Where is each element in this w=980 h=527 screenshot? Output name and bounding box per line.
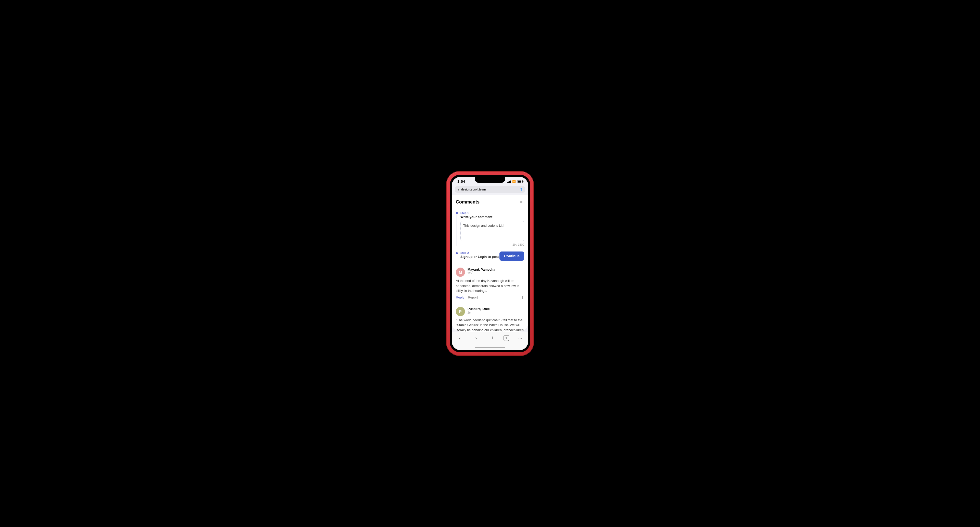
- comment-text-2: "The world needs to quit coal" - tell th…: [456, 318, 524, 332]
- step2-text: Step 2 Sign up or Login to post: [460, 251, 499, 261]
- char-count: 29 / 1500: [460, 243, 524, 246]
- comment-author-1: Mayank Pamecha: [468, 267, 524, 271]
- comment-header-1: M Mayank Pamecha 22s: [456, 267, 524, 277]
- continue-button[interactable]: Continue: [500, 252, 524, 261]
- step1-indicator: [456, 212, 458, 246]
- phone-screen: 1:54 📶: [452, 177, 528, 350]
- more-button[interactable]: ···: [515, 334, 525, 342]
- status-icons: 📶: [507, 180, 523, 183]
- wifi-icon: 📶: [512, 180, 516, 183]
- comment-actions-left-1: Reply Report: [456, 295, 478, 299]
- close-button[interactable]: ✕: [518, 199, 524, 205]
- url-text: design.scroll.team: [461, 188, 486, 191]
- lock-icon: ▲: [457, 188, 460, 191]
- report-button-1[interactable]: Report: [468, 295, 478, 299]
- add-tab-button[interactable]: +: [487, 334, 497, 342]
- address-bar-content: ▲ design.scroll.team: [457, 188, 486, 191]
- step2-title: Sign up or Login to post: [460, 255, 499, 259]
- comments-title: Comments: [456, 199, 479, 205]
- comments-header: Comments ✕: [452, 195, 528, 209]
- status-bar: 1:54 📶: [452, 177, 528, 185]
- battery-icon: [517, 180, 523, 183]
- tab-count-button[interactable]: 1: [504, 335, 509, 341]
- phone-screen-outer: 1:54 📶: [450, 175, 530, 352]
- browser-chrome: ▲ design.scroll.team ⬆: [452, 185, 528, 195]
- comment-item: M Mayank Pamecha 22s At the end of the d…: [452, 264, 528, 303]
- home-bar: [475, 347, 505, 348]
- phone-wrapper: 1:54 📶: [447, 172, 533, 355]
- step1-line: [457, 215, 457, 246]
- step1-title: Write your comment: [460, 215, 524, 219]
- share-comment-button-1[interactable]: ⬆: [521, 295, 524, 299]
- home-indicator: [452, 345, 528, 350]
- comment-item-2: P Pushkraj Dole 2m "The world needs to q…: [452, 303, 528, 332]
- comment-actions-1: Reply Report ⬆: [456, 295, 524, 299]
- bottom-nav: ‹ › + 1 ···: [452, 332, 528, 345]
- share-button[interactable]: ⬆: [520, 188, 523, 191]
- comment-time-2: 2m: [468, 311, 524, 314]
- notch: [475, 177, 505, 183]
- comment-author-2: Pushkraj Dole: [468, 307, 524, 311]
- step2-dot: [456, 252, 458, 254]
- step2-label: Step 2: [460, 251, 499, 254]
- avatar-mayank: M: [456, 267, 465, 277]
- step2-area: Step 2 Sign up or Login to post Continue: [452, 249, 528, 264]
- avatar-pushkraj: P: [456, 307, 465, 316]
- status-time: 1:54: [457, 179, 465, 183]
- reply-button-1[interactable]: Reply: [456, 295, 464, 299]
- step1-area: Step 1 Write your comment This design an…: [452, 209, 528, 249]
- step1-content: Step 1 Write your comment This design an…: [460, 212, 524, 246]
- comment-text-1: At the end of the day Kavanaugh will be …: [456, 278, 524, 293]
- step2-left: Step 2 Sign up or Login to post: [456, 251, 499, 261]
- step1-label: Step 1: [460, 212, 524, 215]
- comment-meta-1: Mayank Pamecha 22s: [468, 267, 524, 275]
- step1-dot: [456, 212, 458, 214]
- comment-header-2: P Pushkraj Dole 2m: [456, 307, 524, 316]
- forward-button[interactable]: ›: [471, 334, 481, 342]
- comment-time-1: 22s: [468, 272, 524, 275]
- comment-input[interactable]: This design and code is Lit!!: [460, 221, 524, 241]
- address-bar[interactable]: ▲ design.scroll.team ⬆: [455, 186, 525, 193]
- phone-shell: 1:54 📶: [447, 172, 533, 355]
- back-button[interactable]: ‹: [455, 334, 465, 342]
- content-area: Comments ✕ Step 1 Write your comment Thi…: [452, 195, 528, 332]
- signal-bars-icon: [507, 180, 511, 183]
- comment-meta-2: Pushkraj Dole 2m: [468, 307, 524, 314]
